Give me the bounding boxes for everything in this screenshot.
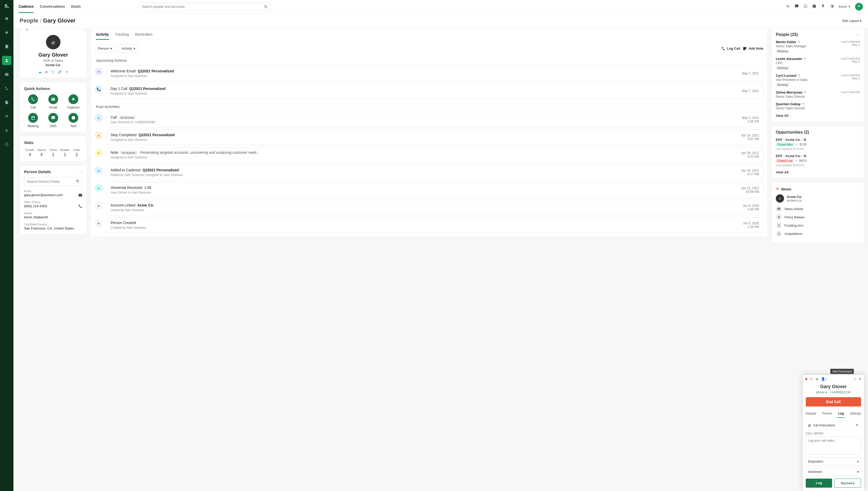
twitter-icon[interactable]: 𝕏: [52, 70, 54, 74]
call-notes-input[interactable]: [806, 436, 861, 455]
rail-mail[interactable]: [2, 70, 11, 79]
expand-icon[interactable]: ⤢: [853, 377, 856, 381]
call-tab-person[interactable]: Person: [821, 410, 833, 418]
profile-menu[interactable]: ⋯: [83, 28, 87, 32]
news-row[interactable]: 1Acquisitions: [776, 231, 860, 237]
quick-actions-card: Quick Actions Call Email Cadence Meeting…: [20, 82, 87, 132]
quick-action-btn[interactable]: [855, 3, 863, 10]
user-menu[interactable]: Kevin ▾: [839, 5, 850, 8]
rail-target[interactable]: [2, 140, 11, 149]
people-list-item[interactable]: Last ContactedMay 1 Leslie Alexander ↰ C…: [776, 57, 860, 70]
news-row[interactable]: 1Funding Ann: [776, 222, 860, 228]
timeline-row[interactable]: ● Call No AnswerSam Solomon to +18000534…: [95, 112, 764, 127]
nav-deals[interactable]: Deals: [71, 0, 81, 13]
star-icon[interactable]: ☆: [20, 28, 23, 32]
call-success-button[interactable]: Success: [834, 479, 861, 488]
pulse-icon[interactable]: [786, 4, 790, 9]
chevron-down-icon: ▾: [857, 470, 859, 474]
search-input[interactable]: [139, 3, 270, 11]
timeline-row[interactable]: ● Account Linked Acme Co.Linked by Sam S…: [95, 200, 764, 215]
edit-layout-btn[interactable]: Edit Layout ▾: [842, 19, 862, 23]
people-list-item[interactable]: Last ContactedMay 1 Cyril Luciard ↰ Vice…: [776, 74, 860, 87]
record-icon[interactable]: [805, 378, 807, 380]
stat-replies: Replies1: [59, 148, 71, 157]
lifesaver-icon[interactable]: ⊛: [815, 377, 818, 381]
timeline-row[interactable]: ● Person CreatedCreated by Sam Solomon J…: [95, 217, 764, 233]
tab-activity[interactable]: Activity: [96, 30, 109, 40]
profile-company[interactable]: Acme Co.: [24, 63, 82, 67]
phone-icon[interactable]: [78, 204, 82, 209]
close-icon[interactable]: ✕: [859, 377, 862, 381]
add-participant-icon[interactable]: 👤+: [821, 377, 827, 381]
rail-building[interactable]: [2, 42, 11, 51]
popout-icon[interactable]: ⇱: [856, 424, 859, 427]
chat-icon[interactable]: [795, 4, 799, 9]
qa-cadence[interactable]: Cadence: [64, 94, 82, 109]
opps-view-all[interactable]: View All: [776, 170, 860, 174]
call-log-button[interactable]: Log: [806, 479, 832, 488]
qa-meeting[interactable]: Meeting: [24, 113, 42, 128]
timeline-row[interactable]: ● Note No Answer Penetrating targeted ac…: [95, 147, 764, 163]
call-tab-settings[interactable]: Settings: [849, 410, 862, 418]
nav-cadence[interactable]: Cadence: [19, 0, 34, 13]
log-call-button[interactable]: Log Call: [721, 47, 740, 51]
people-list-item[interactable]: Last ContactedMay 3 Martin Keller ↰ Seni…: [776, 40, 860, 53]
qa-sms[interactable]: SMS: [44, 113, 62, 128]
news-row[interactable]: 6Press Releas: [776, 214, 860, 220]
people-menu[interactable]: ⋯: [857, 33, 860, 37]
mail-icon[interactable]: [78, 193, 82, 198]
filter-person[interactable]: Person ▾: [95, 45, 116, 53]
tab-reminders[interactable]: Reminders: [135, 30, 153, 40]
timeline-row[interactable]: ✉ Welcome Email Q22021 PersonalizedAssig…: [95, 66, 764, 81]
reply-icon[interactable]: ↰: [26, 28, 28, 32]
disposition-select[interactable]: Disposition▾: [806, 457, 861, 466]
help-icon[interactable]: ?: [812, 4, 816, 9]
call-tab-log[interactable]: Log: [837, 410, 845, 418]
qa-email[interactable]: Email: [44, 94, 62, 109]
rail-file[interactable]: [2, 98, 11, 107]
nav-conversations[interactable]: Conversations: [40, 0, 65, 13]
apps-icon[interactable]: [803, 4, 808, 9]
details-search[interactable]: [24, 177, 82, 186]
chevron-down-icon: ▾: [857, 460, 859, 463]
global-search[interactable]: [139, 3, 270, 11]
call-instructions[interactable]: ▤ Call Instructions ⇱: [806, 421, 861, 430]
qa-task[interactable]: Task: [64, 113, 82, 128]
qa-call[interactable]: Call: [24, 94, 42, 109]
sentiment-select[interactable]: Sentiment▾: [806, 468, 861, 476]
timeline-row[interactable]: ● Added to Cadence Q22021 PersonalizedAd…: [95, 165, 764, 180]
link-icon[interactable]: 🔗: [58, 70, 62, 74]
stats-card: Stats Emails4 Opens4 Clicks1 Replies1 Ca…: [20, 136, 87, 162]
people-list-item[interactable]: Quenten Gabay ↰ Senior Sales Director: [776, 102, 860, 110]
rail-home[interactable]: [2, 14, 11, 23]
people-list-item[interactable]: Last Contacted Zelma Merryman ↰ Senior S…: [776, 90, 860, 98]
bolt-icon[interactable]: [821, 4, 825, 9]
owler-icon[interactable]: ✷: [65, 70, 68, 74]
linkedin-icon[interactable]: in: [45, 70, 48, 74]
opportunity-item[interactable]: ENT - Acme Co. - N Closed Lost • $80,0 L…: [776, 154, 860, 167]
people-view-all[interactable]: View All: [776, 114, 860, 118]
opportunity-item[interactable]: ENT - Acme Co. - N Closed Won • $138 Las…: [776, 138, 860, 150]
news-row[interactable]: 85News Article: [776, 206, 860, 212]
news-company[interactable]: a Acme Co.acmeco.co: [776, 194, 860, 203]
timeline-row[interactable]: ● Step Completed Q22021 PersonalizedAssi…: [95, 129, 764, 145]
filter-activity[interactable]: Activity ▾: [118, 45, 139, 53]
rail-chart[interactable]: [2, 125, 11, 135]
voicemail-icon[interactable]: ⚇: [810, 377, 813, 381]
call-tab-keypad[interactable]: Keypad: [805, 410, 817, 418]
breadcrumb-root[interactable]: People: [20, 17, 38, 24]
rail-phone[interactable]: [2, 84, 11, 93]
salesforce-icon[interactable]: ☁: [38, 70, 41, 74]
add-note-button[interactable]: Add Note: [743, 47, 764, 51]
call-phone-row[interactable]: phone ▾ +14045551134: [803, 391, 864, 394]
timeline-row[interactable]: ● Voicemail Received 1:58Gary Glover to …: [95, 182, 764, 198]
svg-point-5: [805, 6, 806, 7]
tab-tracking[interactable]: Tracking: [115, 30, 129, 40]
details-menu[interactable]: ⋯: [79, 170, 82, 174]
rail-quote[interactable]: [2, 112, 11, 121]
rail-person[interactable]: [2, 56, 11, 65]
rail-rocket[interactable]: [2, 28, 11, 37]
settings-icon[interactable]: [830, 4, 834, 9]
timeline-row[interactable]: 📞 Day 1 Call Q22021 PersonalizedAssigned…: [95, 83, 764, 99]
end-call-button[interactable]: End Call: [806, 397, 861, 406]
